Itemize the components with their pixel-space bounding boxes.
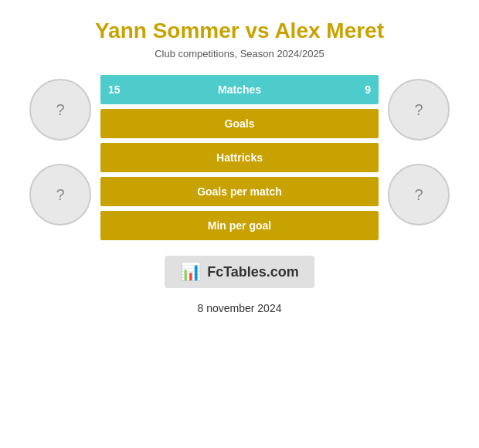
logo-area: 📊 FcTables.com (165, 256, 314, 288)
stat-label-0: Matches (218, 83, 261, 96)
avatar-left-bottom: ? (29, 164, 91, 226)
stat-bar-4: Min per goal (100, 211, 379, 240)
stat-bar-3: Goals per match (100, 177, 379, 206)
stat-label-1: Goals (225, 117, 255, 130)
right-avatars: ? ? (388, 75, 450, 226)
comparison-area: ? ? 15Matches9GoalsHattricksGoals per ma… (0, 75, 479, 240)
date-label: 8 november 2024 (198, 302, 282, 314)
logo-text: FcTables.com (207, 264, 299, 280)
question-icon-left-top: ? (56, 101, 64, 119)
stat-value-right-0: 9 (365, 83, 371, 96)
stat-row-4: Min per goal (100, 211, 379, 240)
stat-row-2: Hattricks (100, 143, 379, 172)
stat-row-1: Goals (100, 109, 379, 138)
stat-bar-1: Goals (100, 109, 379, 138)
avatar-right-top: ? (388, 79, 450, 141)
logo-box: 📊 FcTables.com (165, 256, 314, 288)
question-icon-left-bottom: ? (56, 186, 64, 204)
question-icon-right-top: ? (414, 101, 423, 119)
stat-value-left-0: 15 (108, 83, 121, 96)
avatar-right-bottom: ? (388, 164, 450, 226)
subtitle: Club competitions, Season 2024/2025 (155, 48, 324, 59)
page-title: Yann Sommer vs Alex Meret (95, 19, 384, 43)
left-avatars: ? ? (29, 75, 91, 226)
stat-label-2: Hattricks (216, 151, 263, 164)
stat-bar-0: 15Matches9 (100, 75, 379, 104)
stat-label-3: Goals per match (197, 185, 282, 198)
stats-area: 15Matches9GoalsHattricksGoals per matchM… (100, 75, 379, 240)
stat-row-3: Goals per match (100, 177, 379, 206)
stat-bar-2: Hattricks (100, 143, 379, 172)
stat-row-0: 15Matches9 (100, 75, 379, 104)
logo-icon: 📊 (180, 262, 201, 282)
avatar-left-top: ? (29, 79, 91, 141)
question-icon-right-bottom: ? (414, 186, 423, 204)
stat-label-4: Min per goal (208, 219, 271, 232)
